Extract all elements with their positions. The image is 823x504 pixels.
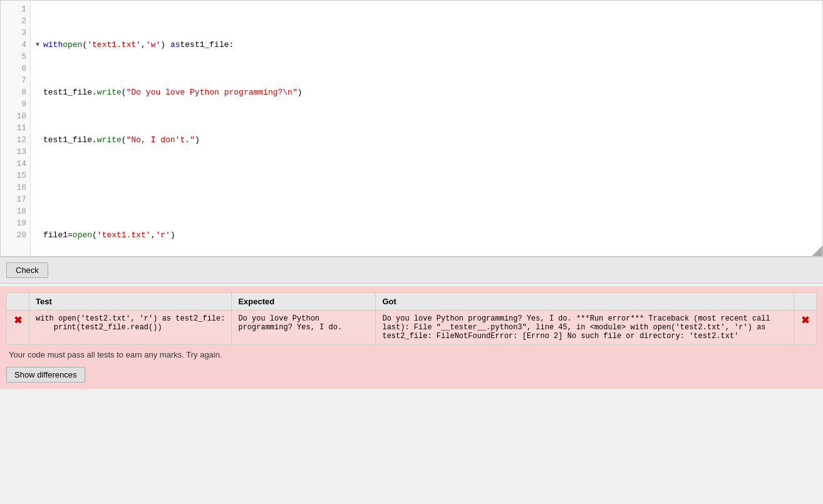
- code-line-4: [36, 182, 817, 193]
- code-line-2: test1_file.write("Do you love Python pro…: [36, 86, 817, 98]
- code-editor[interactable]: 1 2 3 4 5 6 7 8 9 10 11 12 13 14 15 16 1…: [1, 1, 822, 256]
- code-line-1: ▼with open('text1.txt','w') as test1_fil…: [36, 39, 817, 51]
- fail-icon: ✖: [14, 315, 22, 326]
- row-close-icon[interactable]: ✖: [801, 315, 809, 326]
- line-numbers: 1 2 3 4 5 6 7 8 9 10 11 12 13 14 15 16 1…: [1, 1, 31, 256]
- row-action-icon-cell: ✖: [794, 311, 817, 345]
- show-differences-button[interactable]: Show differences: [6, 367, 85, 383]
- row-status-icon-cell: ✖: [7, 311, 29, 345]
- fold-arrow-1[interactable]: ▼: [36, 39, 42, 51]
- test-cell: with open('test2.txt', 'r') as test2_fil…: [29, 311, 232, 345]
- code-line-5: file1 = open('text1.txt','r'): [36, 229, 817, 241]
- table-row: ✖ with open('test2.txt', 'r') as test2_f…: [7, 311, 817, 345]
- check-button-area: Check: [0, 257, 823, 284]
- test-code: with open('test2.txt', 'r') as test2_fil…: [36, 314, 225, 332]
- check-button[interactable]: Check: [6, 262, 48, 278]
- fold-arrow-2: [36, 86, 42, 98]
- code-editor-container: 1 2 3 4 5 6 7 8 9 10 11 12 13 14 15 16 1…: [0, 0, 823, 257]
- results-container: Test Expected Got ✖ with open('test2.txt…: [0, 286, 823, 389]
- footer-message: Your code must pass all tests to earn an…: [6, 345, 817, 364]
- th-action: [794, 293, 817, 311]
- th-status: [7, 293, 29, 311]
- results-table: Test Expected Got ✖ with open('test2.txt…: [6, 292, 817, 345]
- code-content[interactable]: ▼with open('text1.txt','w') as test1_fil…: [31, 1, 822, 256]
- th-got: Got: [376, 293, 794, 311]
- got-cell: Do you love Python programming? Yes, I d…: [376, 311, 794, 345]
- expected-cell: Do you love Python programming? Yes, I d…: [232, 311, 376, 345]
- th-expected: Expected: [232, 293, 376, 311]
- resize-handle[interactable]: [812, 246, 822, 256]
- expected-text: Do you love Python programming? Yes, I d…: [238, 314, 369, 332]
- got-text: Do you love Python programming? Yes, I d…: [382, 314, 787, 341]
- code-line-3: test1_file.write("No, I don't."): [36, 134, 817, 146]
- th-test: Test: [29, 293, 232, 311]
